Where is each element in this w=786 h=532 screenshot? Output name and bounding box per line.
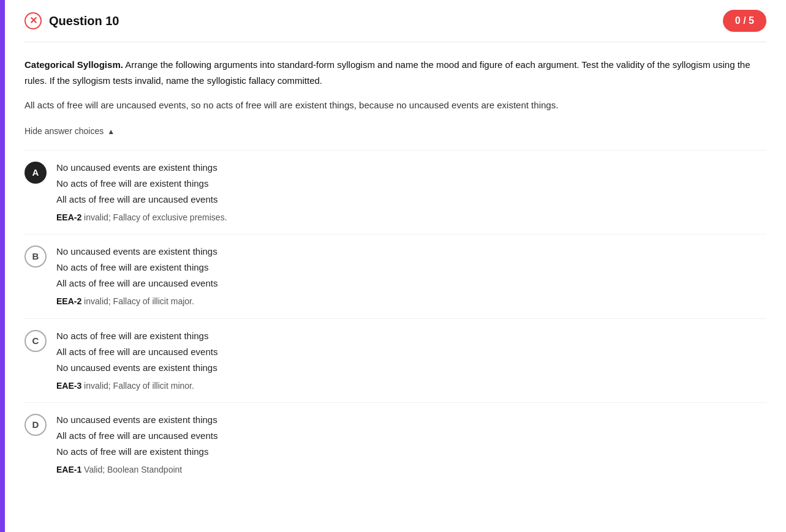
choice-letter-b[interactable]: B (25, 245, 47, 268)
choice-line: No uncaused events are existent things (56, 361, 217, 375)
choice-details-bold: EAE-1 (56, 465, 81, 474)
score-badge: 0 / 5 (723, 10, 766, 32)
question-instruction: Categorical Syllogism. Arrange the follo… (25, 57, 766, 88)
choice-details-bold: EAE-3 (56, 381, 81, 391)
choice-content-a: No uncaused events are existent thingsNo… (56, 160, 227, 224)
choice-content-d: No uncaused events are existent thingsAl… (56, 413, 217, 476)
header-left: ✕ Question 10 (25, 12, 119, 30)
choice-line: No uncaused events are existent things (56, 244, 217, 259)
left-bar (0, 0, 5, 494)
choice-content-b: No uncaused events are existent thingsNo… (56, 244, 217, 308)
choice-letter-a[interactable]: A (25, 162, 47, 184)
choice-line: No acts of free will are existent things (56, 176, 227, 191)
choice-letter-c[interactable]: C (25, 330, 47, 352)
choice-line: No acts of free will are existent things (56, 329, 217, 343)
choice-details: EEA-2 invalid; Fallacy of illicit major. (56, 294, 217, 308)
choices-list: ANo uncaused events are existent thingsN… (25, 150, 766, 487)
toggle-choices-button[interactable]: Hide answer choices ▲ (25, 125, 766, 138)
list-item[interactable]: DNo uncaused events are existent thingsA… (25, 402, 766, 486)
choice-details: EAE-1 Valid; Boolean Standpoint (56, 463, 217, 476)
list-item[interactable]: ANo uncaused events are existent thingsN… (25, 150, 766, 234)
choice-details-bold: EEA-2 (56, 296, 81, 306)
choice-line: No acts of free will are existent things (56, 444, 217, 459)
choice-line: No acts of free will are existent things (56, 260, 217, 275)
list-item[interactable]: CNo acts of free will are existent thing… (25, 318, 766, 402)
choice-details-bold: EEA-2 (56, 212, 81, 222)
header: ✕ Question 10 0 / 5 (25, 0, 766, 42)
choice-line: All acts of free will are uncaused event… (56, 192, 227, 207)
choice-content-c: No acts of free will are existent things… (56, 329, 217, 392)
question-title: Question 10 (49, 12, 119, 30)
list-item[interactable]: BNo uncaused events are existent thingsN… (25, 234, 766, 318)
choice-line: All acts of free will are uncaused event… (56, 345, 217, 359)
instruction-bold: Categorical Syllogism. (25, 59, 123, 70)
instruction-rest: Arrange the following arguments into sta… (25, 59, 750, 86)
choice-line: No uncaused events are existent things (56, 160, 227, 175)
question-body: Categorical Syllogism. Arrange the follo… (25, 42, 766, 494)
chevron-up-icon: ▲ (107, 126, 115, 137)
close-icon[interactable]: ✕ (25, 12, 42, 29)
choice-details: EAE-3 invalid; Fallacy of illicit minor. (56, 379, 217, 392)
choice-letter-d[interactable]: D (25, 414, 47, 436)
question-text: All acts of free will are uncaused event… (25, 98, 766, 113)
choice-line: All acts of free will are uncaused event… (56, 276, 217, 291)
toggle-label: Hide answer choices (25, 125, 104, 138)
choice-line: No uncaused events are existent things (56, 413, 217, 427)
choice-line: All acts of free will are uncaused event… (56, 429, 217, 443)
choice-details: EEA-2 invalid; Fallacy of exclusive prem… (56, 211, 227, 224)
